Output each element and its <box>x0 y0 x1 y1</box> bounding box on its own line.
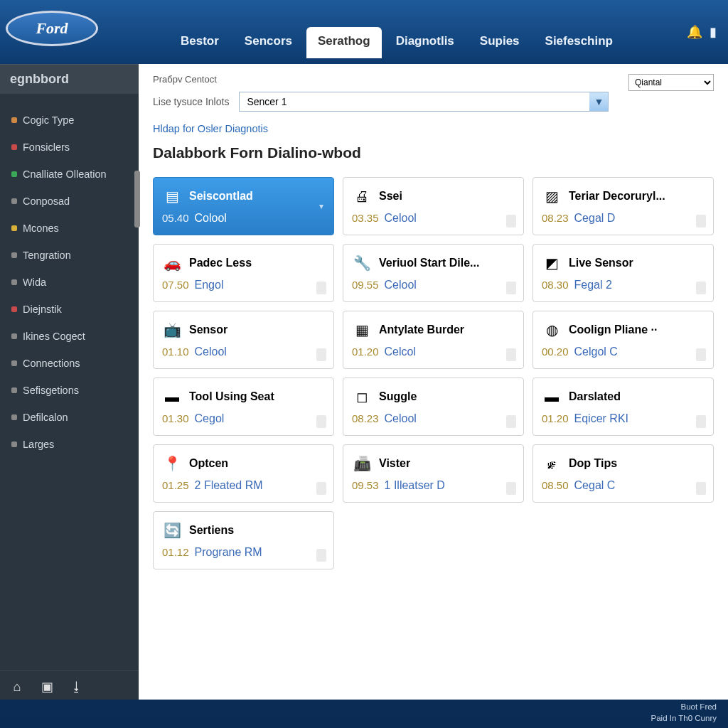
card-title: Darslated <box>569 390 621 403</box>
card-status: Celool <box>195 346 227 358</box>
card-teriar-decoruryl-[interactable]: ▨Teriar Decoruryl...08.23Cegal D <box>532 177 714 235</box>
scroll-handle[interactable] <box>134 171 140 228</box>
device-icon: 📠 <box>352 455 372 472</box>
sidebar-item-diejnstik[interactable]: Diejnstik <box>0 296 139 323</box>
card-suggle[interactable]: ◻Suggle08.23Celool <box>343 378 524 436</box>
bookmark-icon <box>506 415 516 428</box>
card-time: 08.23 <box>542 212 569 224</box>
card-status: Cegol <box>195 412 225 425</box>
screen-icon: 📺 <box>162 321 182 338</box>
color-dot-icon <box>11 306 17 312</box>
sidebar-item-ikines-cogect[interactable]: Ikines Cogect <box>0 323 139 350</box>
window-icon: ▦ <box>352 321 372 338</box>
home-icon[interactable]: ⌂ <box>10 680 24 694</box>
card-time: 01.30 <box>162 412 189 424</box>
sidebar-item-mcones[interactable]: Mcones <box>0 215 139 242</box>
sidebar-item-wida[interactable]: Wida <box>0 269 139 296</box>
card-ssei[interactable]: 🖨Ssei03.35Celool <box>343 177 524 235</box>
card-status: Fegal 2 <box>574 279 612 291</box>
sidebar-item-connections[interactable]: Connections <box>0 350 139 377</box>
sidebar-item-sefisgetions[interactable]: Sefisgetions <box>0 377 139 404</box>
sidebar-item-label: Cogic Type <box>23 114 74 126</box>
color-dot-icon <box>11 387 17 393</box>
square-icon: ◻ <box>352 388 372 405</box>
card-status: Celool <box>385 412 417 425</box>
sidebar-item-fonsiclers[interactable]: Fonsiclers <box>0 134 139 161</box>
sensor-dropdown[interactable]: Sencer 1 ▼ <box>239 92 609 112</box>
bookmark-icon <box>696 415 706 428</box>
card-time: 01.20 <box>352 346 379 358</box>
sidebar-item-label: Larges <box>23 439 54 450</box>
cassette-icon: ▤ <box>162 188 182 205</box>
card-darslated[interactable]: ▬Darslated01.20Eqicer RKI <box>532 378 714 436</box>
card-seiscontlad[interactable]: ▤Seiscontlad05.40Colool▾ <box>153 177 334 235</box>
bookmark-icon: ◩ <box>542 255 562 272</box>
tab-bestor[interactable]: Bestor <box>169 27 230 58</box>
card-time: 08.30 <box>542 279 569 291</box>
nav-tabs: BestorSencorsSerathogDiagnotlisSupiesSie… <box>169 0 624 64</box>
card-title: Padec Less <box>189 257 252 269</box>
bookmark-icon <box>316 415 326 428</box>
tab-supies[interactable]: Supies <box>469 27 531 58</box>
sidebar-item-cogic-type[interactable]: Cogic Type <box>0 107 139 134</box>
card-title: Tool Using Seat <box>189 390 274 403</box>
gear-icon: 🔄 <box>162 522 182 539</box>
bookmark-icon <box>696 482 706 495</box>
card-title: Coolign Pliane ·· <box>569 323 657 336</box>
bookmark-icon <box>696 282 706 294</box>
chevron-down-icon: ▼ <box>589 92 608 111</box>
card-title: Teriar Decoruryl... <box>569 190 665 203</box>
download-icon[interactable]: ⭳ <box>70 680 84 694</box>
tab-serathog[interactable]: Serathog <box>306 27 382 58</box>
sidebar-item-larges[interactable]: Larges <box>0 431 139 458</box>
card-title: Sertiens <box>189 524 234 537</box>
color-dot-icon <box>11 279 17 285</box>
sidebar-item-tengration[interactable]: Tengration <box>0 242 139 269</box>
printer-icon: 🖨 <box>352 188 372 205</box>
card-live-sensor[interactable]: ◩Live Sensor08.30Fegal 2 <box>532 244 714 302</box>
image-icon[interactable]: ▣ <box>40 680 54 694</box>
sidebar-item-label: Mcones <box>23 223 59 234</box>
card-tool-using-seat[interactable]: ▬Tool Using Seat01.30Cegol <box>153 378 334 436</box>
tab-sencors[interactable]: Sencors <box>233 27 304 58</box>
card-coolign-pliane-[interactable]: ◍Coolign Pliane ··00.20Celgol C <box>532 311 714 369</box>
card-veriuol-start-dile-[interactable]: 🔧Veriuol Start Dile...09.55Celool <box>343 244 524 302</box>
card-antylate-burder[interactable]: ▦Antylate Burder01.20Celcol <box>343 311 524 369</box>
color-dot-icon <box>11 144 17 150</box>
sidebar-item-label: Wida <box>23 277 46 288</box>
card-title: Optcen <box>189 457 228 470</box>
help-link[interactable]: Hldap for Osler Diagnotis <box>153 112 714 139</box>
sidebar-item-label: Connections <box>23 358 80 369</box>
sidebar-item-label: Fonsiclers <box>23 141 70 153</box>
sidebar-bottom: ⌂ ▣ ⭳ <box>0 670 139 700</box>
sidebar-item-defilcalon[interactable]: Defilcalon <box>0 404 139 431</box>
battery-icon[interactable]: ▮ <box>710 24 717 40</box>
sidebar-item-label: Ikines Cogect <box>23 331 85 342</box>
gauge-icon: ▨ <box>542 188 562 205</box>
bookmark-icon <box>506 215 516 228</box>
card-sertiens[interactable]: 🔄Sertiens01.12Prograne RM <box>153 511 334 569</box>
bookmark-icon <box>506 482 516 495</box>
sidebar-item-cnalliate-olleation[interactable]: Cnalliate Olleation <box>0 161 139 188</box>
card-vister[interactable]: 📠Vister09.531 Illeatser D <box>343 444 524 503</box>
header-icons: 🔔 ▮ <box>687 24 717 40</box>
card-optcen[interactable]: 📍Optcen01.252 Fleated RM <box>153 444 334 503</box>
card-sensor[interactable]: 📺Sensor01.10Celool <box>153 311 334 369</box>
card-status: Cegal D <box>574 212 616 225</box>
bookmark-icon <box>316 549 326 562</box>
color-dot-icon <box>11 252 17 258</box>
quick-select[interactable]: Qiantal <box>628 74 714 91</box>
bell-icon[interactable]: 🔔 <box>687 24 702 40</box>
card-dop-tips[interactable]: ⸙Dop Tips08.50Cegal C <box>532 444 714 503</box>
card-padec-less[interactable]: 🚗Padec Less07.50Engol <box>153 244 334 302</box>
card-status: 2 Fleated RM <box>195 479 263 492</box>
tab-diagnotlis[interactable]: Diagnotlis <box>385 27 466 58</box>
sidebar-item-conposad[interactable]: Conposad <box>0 188 139 215</box>
cards-grid: ▤Seiscontlad05.40Colool▾🖨Ssei03.35Celool… <box>139 177 728 584</box>
card-title: Sensor <box>189 323 228 336</box>
color-dot-icon <box>11 333 17 339</box>
card-status: Celcol <box>385 346 416 358</box>
card-time: 03.35 <box>352 212 379 224</box>
tab-siefeschinp[interactable]: Siefeschinp <box>534 27 624 58</box>
card-time: 07.50 <box>162 279 189 291</box>
